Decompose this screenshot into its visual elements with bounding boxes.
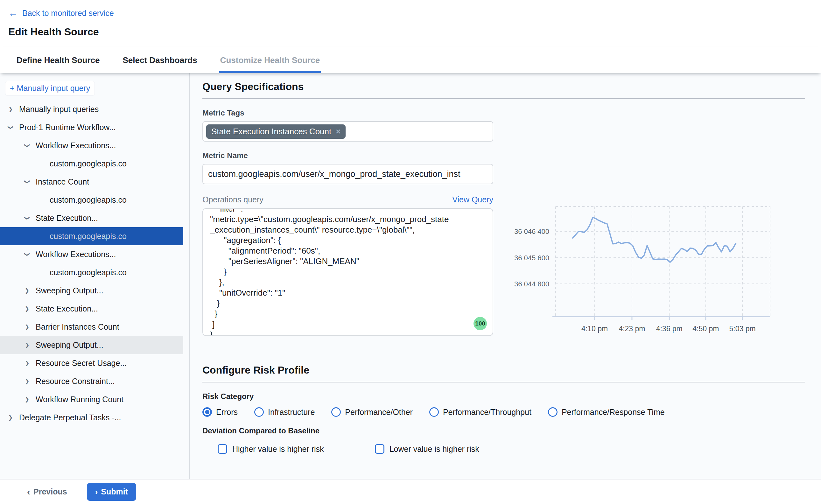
tree-item-custom-googleapis-co[interactable]: custom.googleapis.co (0, 263, 183, 282)
operations-query-text: "filter" : "metric.type=\"custom.googlea… (210, 208, 486, 336)
records-count-badge: 100 (474, 317, 487, 330)
metric-tag-chip-label: State Execution Instances Count (211, 127, 331, 137)
tree-item-custom-googleapis-co[interactable]: custom.googleapis.co (0, 227, 183, 245)
deviation-checkbox-group: Higher value is higher risk Lower value … (202, 444, 805, 454)
tree-item-workflow-running-count[interactable]: ❯ Workflow Running Count (0, 390, 183, 409)
chevron-right-icon[interactable]: ❯ (23, 397, 31, 402)
chevron-right-icon[interactable]: ❯ (23, 379, 31, 384)
chevron-down-icon[interactable]: ❯ (8, 123, 13, 132)
radio-performance-other[interactable]: Performance/Other (331, 407, 413, 417)
tree-item-manually-input-queries[interactable]: ❯ Manually input queries (0, 100, 183, 118)
checkbox-lower-value-is-higher-risk[interactable]: Lower value is higher risk (375, 444, 479, 454)
chip-close-icon[interactable]: × (336, 127, 340, 136)
tree-item-prod-1-runtime-workflow[interactable]: ❯ Prod-1 Runtime Workflow... (0, 118, 183, 137)
tree-item-instance-count[interactable]: ❯ Instance Count (0, 173, 183, 191)
radio-icon[interactable] (429, 407, 439, 417)
back-arrow-icon: ← (8, 8, 18, 18)
svg-text:36 045 600: 36 045 600 (514, 254, 549, 262)
svg-text:4:36 pm: 4:36 pm (656, 325, 683, 333)
wizard-tabbar: Define Health Source Select Dashboards C… (0, 47, 821, 73)
radio-icon[interactable] (548, 407, 558, 417)
tree-item-sweeping-output[interactable]: ❯ Sweeping Output... (0, 336, 183, 354)
active-tab-underline (219, 71, 321, 73)
risk-category-label: Risk Category (202, 392, 805, 401)
tree-item-sweeping-output[interactable]: ❯ Sweeping Output... (0, 282, 183, 300)
radio-infrastructure[interactable]: Infrastructure (254, 407, 315, 417)
risk-category-radio-group: Errors Infrastructure Performance/Other … (202, 407, 805, 417)
chevron-right-icon[interactable]: ❯ (23, 361, 31, 366)
chevron-right-icon[interactable]: ❯ (6, 107, 15, 112)
tree-item-resource-secret-usage[interactable]: ❯ Resource Secret Usage... (0, 354, 183, 372)
metric-chart: 36 046 40036 045 60036 044 8004:10 pm4:2… (511, 201, 775, 343)
checkbox-icon[interactable] (375, 444, 384, 454)
radio-icon[interactable] (254, 407, 264, 417)
section-divider (202, 382, 805, 382)
chevron-down-icon[interactable]: ❯ (25, 178, 30, 186)
tab-define-health-source[interactable]: Define Health Source (15, 47, 101, 73)
tree-item-custom-googleapis-co[interactable]: custom.googleapis.co (0, 191, 183, 209)
svg-text:4:23 pm: 4:23 pm (619, 325, 645, 333)
radio-performance-throughput[interactable]: Performance/Throughput (429, 407, 531, 417)
svg-text:36 046 400: 36 046 400 (514, 227, 549, 235)
tree-item-state-execution[interactable]: ❯ State Execution... (0, 300, 183, 318)
chevron-down-icon[interactable]: ❯ (25, 214, 30, 222)
main-panel: Query Specifications Metric Tags State E… (190, 73, 821, 479)
metric-query-tree: ❯ Manually input queries ❯ Prod-1 Runtim… (0, 100, 189, 427)
operations-query-textarea[interactable]: "filter" : "metric.type=\"custom.googlea… (202, 208, 493, 336)
checkbox-higher-value-is-higher-risk[interactable]: Higher value is higher risk (218, 444, 324, 454)
svg-text:4:10 pm: 4:10 pm (581, 325, 608, 333)
radio-icon[interactable] (331, 407, 341, 417)
tree-item-custom-googleapis-co[interactable]: custom.googleapis.co (0, 155, 183, 173)
tree-item-workflow-executions[interactable]: ❯ Workflow Executions... (0, 137, 183, 155)
checkbox-icon[interactable] (218, 444, 227, 454)
svg-text:4:50 pm: 4:50 pm (692, 325, 719, 333)
tree-item-state-execution[interactable]: ❯ State Execution... (0, 209, 183, 227)
chevron-right-icon[interactable]: ❯ (23, 306, 31, 311)
chevron-left-icon: ‹ (27, 487, 30, 497)
wizard-footer: ‹ Previous › Submit (0, 479, 821, 504)
query-specifications-title: Query Specifications (202, 81, 805, 93)
previous-button[interactable]: ‹ Previous (27, 487, 67, 497)
chevron-right-icon[interactable]: ❯ (23, 324, 31, 330)
metric-name-label: Metric Name (202, 151, 493, 160)
radio-icon[interactable] (202, 407, 212, 417)
chevron-down-icon[interactable]: ❯ (25, 142, 30, 150)
query-tree-sidebar: + Manually input query ❯ Manually input … (0, 73, 190, 479)
page-header: ← Back to monitored service Edit Health … (0, 0, 821, 47)
chevron-right-icon[interactable]: ❯ (23, 342, 31, 348)
tree-item-resource-constraint[interactable]: ❯ Resource Constraint... (0, 372, 183, 390)
configure-risk-profile-title: Configure Risk Profile (202, 364, 805, 376)
query-form-column: Metric Tags State Execution Instances Co… (202, 99, 493, 345)
content-area: + Manually input query ❯ Manually input … (0, 73, 821, 479)
operations-query-label: Operations query (202, 195, 263, 204)
metric-name-input[interactable]: custom.googleapis.com/user/x_mongo_prod_… (202, 164, 493, 184)
view-query-link[interactable]: View Query (452, 195, 493, 204)
submit-button[interactable]: › Submit (87, 483, 136, 501)
metric-tags-input[interactable]: State Execution Instances Count × (202, 121, 493, 142)
deviation-label: Deviation Compared to Baseline (202, 426, 805, 435)
tab-select-dashboards[interactable]: Select Dashboards (122, 47, 199, 73)
radio-performance-response-time[interactable]: Performance/Response Time (548, 407, 665, 417)
configure-risk-profile-section: Configure Risk Profile Risk Category Err… (202, 364, 805, 454)
tab-customize-health-source[interactable]: Customize Health Source (219, 47, 321, 73)
metric-tag-chip: State Execution Instances Count × (206, 124, 346, 139)
chevron-right-icon[interactable]: ❯ (23, 288, 31, 293)
tree-item-workflow-executions[interactable]: ❯ Workflow Executions... (0, 245, 183, 263)
back-link-label: Back to monitored service (22, 9, 114, 18)
chevron-right-icon: › (95, 488, 98, 496)
page-title: Edit Health Source (8, 26, 821, 38)
add-manual-query-button[interactable]: + Manually input query (5, 81, 95, 96)
chart-column: 36 046 40036 045 60036 044 8004:10 pm4:2… (493, 99, 805, 345)
chevron-down-icon[interactable]: ❯ (25, 250, 30, 259)
svg-text:36 044 800: 36 044 800 (514, 280, 549, 288)
edit-health-source-page: ← Back to monitored service Edit Health … (0, 0, 821, 504)
svg-text:5:03 pm: 5:03 pm (729, 325, 755, 333)
back-to-monitored-service-link[interactable]: ← Back to monitored service (8, 8, 114, 18)
radio-errors[interactable]: Errors (202, 407, 238, 417)
tree-item-barrier-instances-count[interactable]: ❯ Barrier Instances Count (0, 318, 183, 336)
metric-tags-label: Metric Tags (202, 109, 493, 117)
tree-item-delegate-perpetual-tasks[interactable]: ❯ Delegate Perpetual Tasks -... (0, 409, 183, 427)
chevron-right-icon[interactable]: ❯ (6, 415, 15, 420)
